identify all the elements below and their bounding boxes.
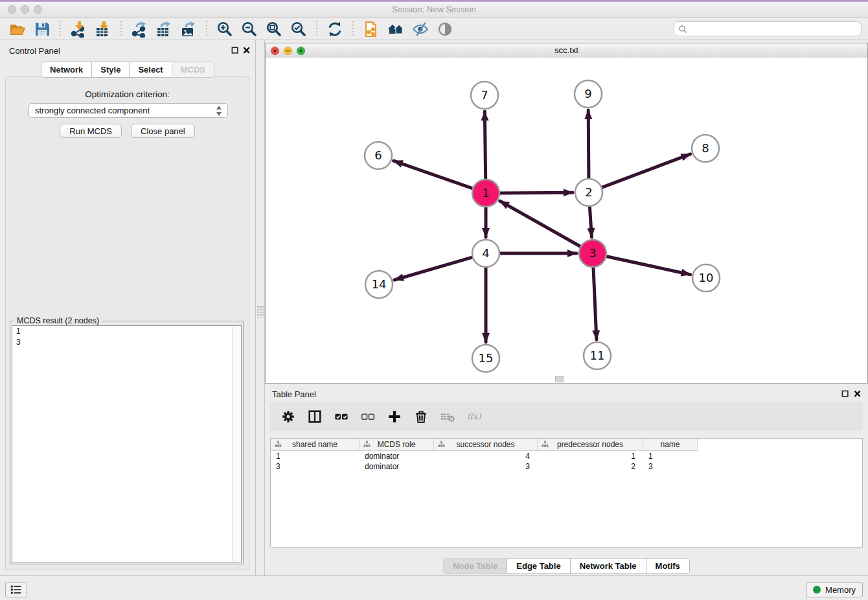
column-header-mcds-role[interactable]: MCDS role xyxy=(360,439,434,451)
graph-node-7[interactable]: 7 xyxy=(471,82,498,109)
zoom-in-icon[interactable] xyxy=(215,20,234,38)
refresh-icon[interactable] xyxy=(325,20,345,38)
chevron-up-down-icon xyxy=(216,106,223,116)
open-session-icon[interactable] xyxy=(8,20,27,38)
graph-edge-3-1[interactable] xyxy=(500,201,580,246)
column-header-predecessor-nodes[interactable]: predecessor nodes xyxy=(538,439,643,451)
float-icon[interactable] xyxy=(231,46,240,55)
criterion-dropdown[interactable]: strongly connected component xyxy=(29,103,228,118)
select-all-icon[interactable] xyxy=(332,408,350,426)
table-cell: dominator xyxy=(360,462,434,471)
graph-edge-1-6[interactable] xyxy=(394,161,473,189)
zoom-selected-icon[interactable] xyxy=(289,20,308,38)
run-mcds-button[interactable]: Run MCDS xyxy=(60,124,122,138)
graph-node-6[interactable]: 6 xyxy=(365,142,392,169)
network-title: scc.txt xyxy=(266,45,867,55)
tab-motifs[interactable]: Motifs xyxy=(646,558,690,574)
graph-edge-3-11[interactable] xyxy=(593,268,597,340)
table-panel-title: Table Panel xyxy=(272,389,316,399)
mcds-result-item[interactable]: 3 xyxy=(12,337,241,348)
tab-network[interactable]: Network xyxy=(41,62,92,78)
toolbar-separator xyxy=(60,21,61,37)
column-label: successor nodes xyxy=(456,440,514,449)
table-row[interactable]: 1dominator411 xyxy=(271,451,862,461)
function-builder-icon: f(x) xyxy=(465,408,483,426)
import-network-icon[interactable] xyxy=(69,20,88,38)
search-input[interactable] xyxy=(687,24,861,34)
float-icon[interactable] xyxy=(841,389,850,398)
tab-node-table[interactable]: Node Table xyxy=(443,558,507,574)
memory-button[interactable]: Memory xyxy=(806,582,863,597)
export-network-icon[interactable] xyxy=(130,20,149,38)
graph-node-4[interactable]: 4 xyxy=(472,240,499,267)
export-table-icon[interactable] xyxy=(154,20,174,38)
tab-select[interactable]: Select xyxy=(129,62,172,78)
search-box[interactable] xyxy=(674,21,862,36)
tab-network-table[interactable]: Network Table xyxy=(570,558,646,574)
result-scrollbar[interactable] xyxy=(232,326,241,562)
splitter-grip[interactable] xyxy=(257,306,264,317)
column-header-successor-nodes[interactable]: successor nodes xyxy=(434,439,538,451)
svg-text:11: 11 xyxy=(590,349,605,362)
tab-mcds[interactable]: MCDS xyxy=(172,62,214,78)
delete-row-icon[interactable] xyxy=(412,408,430,426)
graph-edge-4-14[interactable] xyxy=(394,257,472,280)
tab-style[interactable]: Style xyxy=(91,62,130,78)
hide-selected-icon[interactable] xyxy=(411,20,430,38)
column-header-shared-name[interactable]: shared name xyxy=(271,439,360,451)
import-table-icon[interactable] xyxy=(93,20,113,38)
network-resize-grip[interactable] xyxy=(555,376,564,382)
vertical-splitter[interactable] xyxy=(255,40,265,575)
close-panel-button[interactable]: Close panel xyxy=(131,124,195,138)
criterion-value: strongly connected component xyxy=(35,106,150,115)
export-image-icon[interactable] xyxy=(179,20,198,38)
network-canvas[interactable]: 7968124314101511 xyxy=(266,58,867,383)
tab-edge-table[interactable]: Edge Table xyxy=(507,558,570,574)
graph-edge-1-7[interactable] xyxy=(485,111,485,179)
graph-node-9[interactable]: 9 xyxy=(575,80,602,108)
first-neighbors-icon[interactable] xyxy=(386,20,405,38)
table-row[interactable]: 3dominator323 xyxy=(271,461,862,472)
settings-gear-icon[interactable] xyxy=(279,408,297,426)
column-header-name[interactable]: name xyxy=(643,439,698,451)
graph-node-15[interactable]: 15 xyxy=(472,345,499,372)
toolbar-separator xyxy=(206,21,207,37)
graph-edge-2-9[interactable] xyxy=(588,110,589,178)
show-columns-icon[interactable] xyxy=(306,408,324,426)
task-history-button[interactable] xyxy=(5,582,27,597)
network-window: scc.txt 7968124314101511 xyxy=(265,43,868,384)
graph-edge-1-2[interactable] xyxy=(500,192,573,193)
graph-node-3[interactable]: 3 xyxy=(579,240,606,267)
new-network-from-selection-icon[interactable] xyxy=(361,20,381,38)
show-hide-graphics-icon[interactable] xyxy=(435,20,455,38)
graph-node-11[interactable]: 11 xyxy=(584,342,611,369)
node-table[interactable]: shared nameMCDS rolesuccessor nodesprede… xyxy=(270,438,863,548)
graph-edge-2-8[interactable] xyxy=(602,154,691,187)
network-window-titlebar: scc.txt xyxy=(266,43,867,58)
search-icon xyxy=(678,25,687,34)
graph-node-1[interactable]: 1 xyxy=(472,179,499,207)
memory-label: Memory xyxy=(825,585,856,595)
graph-edge-2-3[interactable] xyxy=(589,207,591,237)
graph-node-10[interactable]: 10 xyxy=(692,264,720,292)
table-tabs: Node TableEdge TableNetwork TableMotifs xyxy=(265,558,868,574)
close-icon[interactable] xyxy=(242,46,251,55)
add-row-icon[interactable] xyxy=(385,408,404,426)
graph-node-8[interactable]: 8 xyxy=(692,135,719,162)
svg-text:14: 14 xyxy=(372,277,387,291)
zoom-fit-icon[interactable] xyxy=(264,20,284,38)
table-cell: 1 xyxy=(643,452,698,461)
table-toolbar: f(x) xyxy=(270,402,863,431)
svg-text:8: 8 xyxy=(702,141,709,155)
mcds-result-list[interactable]: 13 xyxy=(12,325,242,562)
graph-node-14[interactable]: 14 xyxy=(365,271,393,298)
zoom-out-icon[interactable] xyxy=(240,20,259,38)
graph-node-2[interactable]: 2 xyxy=(575,179,602,206)
close-icon[interactable] xyxy=(853,389,862,398)
mcds-result-item[interactable]: 1 xyxy=(12,326,241,337)
deselect-all-icon[interactable] xyxy=(359,408,377,426)
save-session-icon[interactable] xyxy=(32,20,52,38)
control-panel: Control Panel NetworkStyleSelectMCDS Opt… xyxy=(0,40,255,575)
graph-edge-3-10[interactable] xyxy=(607,257,691,275)
table-cell: dominator xyxy=(360,452,434,461)
